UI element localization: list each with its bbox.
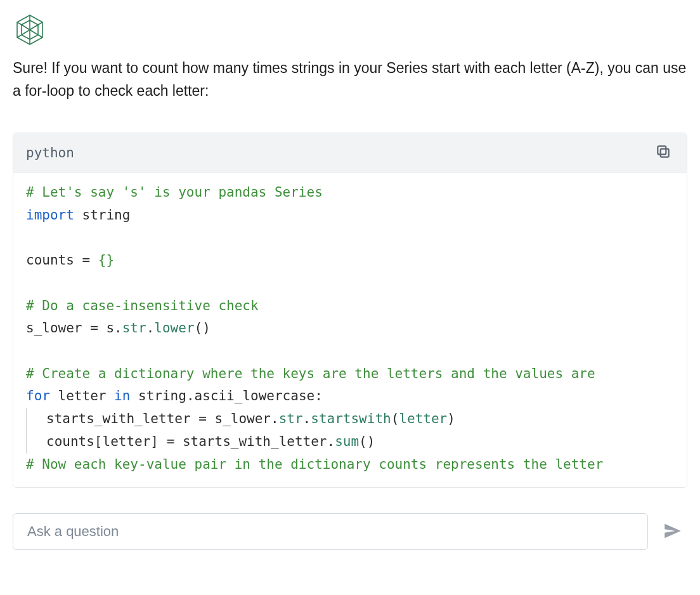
send-button[interactable]	[658, 516, 687, 547]
input-row	[13, 513, 687, 550]
assistant-logo	[13, 13, 687, 47]
assistant-answer-text: Sure! If you want to count how many time…	[13, 57, 687, 102]
svg-line-6	[17, 35, 22, 37]
copy-code-button[interactable]	[652, 141, 674, 164]
code-body: # Let's say 's' is your pandas Series im…	[13, 173, 687, 487]
svg-line-7	[17, 22, 22, 25]
svg-rect-11	[661, 149, 669, 157]
svg-line-3	[38, 22, 42, 25]
hex-knot-icon	[13, 13, 687, 47]
ask-input-container[interactable]	[13, 513, 648, 550]
svg-rect-12	[658, 147, 666, 155]
code-block: python # Let's say 's' is your pandas Se…	[13, 133, 687, 488]
svg-line-4	[38, 35, 42, 37]
code-header: python	[13, 133, 687, 173]
ask-question-input[interactable]	[26, 523, 635, 540]
send-icon	[662, 534, 684, 544]
code-content: # Let's say 's' is your pandas Series im…	[26, 181, 674, 476]
copy-icon	[655, 143, 671, 162]
code-language-label: python	[26, 145, 74, 160]
